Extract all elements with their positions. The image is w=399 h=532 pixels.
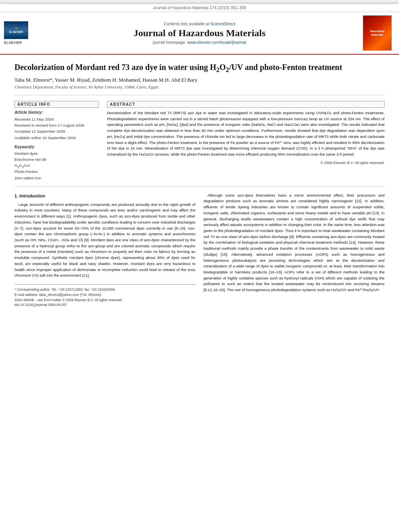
journal-title: Journal of Hazardous Materials <box>36 28 363 39</box>
contents-line: Contents lists available at ScienceDirec… <box>36 22 363 26</box>
received-date: Received 11 May 2009 <box>14 116 99 122</box>
paper-title: Decolorization of Mordant red 73 azo dye… <box>14 62 385 73</box>
keyword-3: H2O2/UV <box>14 162 99 168</box>
article-info-abstract: ARTICLE INFO Article history: Received 1… <box>14 101 385 181</box>
keyword-4: Photo-Fenton <box>14 168 99 175</box>
sciencedirect-link[interactable]: ScienceDirect <box>210 22 235 26</box>
available-date: Available online 19 September 2009 <box>14 135 99 141</box>
keywords-label: Keywords: <box>14 145 99 149</box>
paper-content: Decolorization of Mordant red 73 azo dye… <box>0 55 399 317</box>
intro-para-2: Although some azo-dyes themselves have a… <box>204 193 385 293</box>
cover-image: Hazardous Materials <box>363 15 392 51</box>
accepted-date: Accepted 12 September 2009 <box>14 128 99 134</box>
homepage-url[interactable]: www.elsevier.com/locate/jhazmat <box>187 40 246 45</box>
footnote-area: * Corresponding author. Tel.: +20 226711… <box>14 284 195 308</box>
abstract-text: Decolorization of the Mordant red 73 (MR… <box>107 110 385 158</box>
footnote-email: E-mail address: taha_elmorsi@yahoo.com (… <box>14 292 195 298</box>
elsevier-text: ELSEVIER <box>4 41 36 45</box>
authors: Taha M. Elmorsi*, Yasser M. Riyad, Zeinh… <box>14 77 385 83</box>
journal-cover: Hazardous Materials <box>363 15 395 51</box>
article-info: ARTICLE INFO Article history: Received 1… <box>14 101 99 181</box>
journal-homepage: journal homepage: www.elsevier.com/locat… <box>36 40 363 45</box>
keyword-2: Eriochrome red 3B <box>14 156 99 162</box>
keyword-5: Zero-valent iron <box>14 175 99 181</box>
journal-info-bar: Journal of Hazardous Materials 174 (2010… <box>0 4 399 12</box>
page: Journal of Hazardous Materials 174 (2010… <box>0 4 399 532</box>
history-label: Article history: <box>14 110 99 115</box>
copyright: © 2009 Elsevier B.V. All rights reserved… <box>107 161 385 165</box>
cover-image-text: Hazardous Materials <box>365 29 390 37</box>
journal-header: 🌿ELSEVIER ELSEVIER Contents lists availa… <box>0 12 399 55</box>
footnote-issn: 0304-3894/$ – see front matter © 2009 El… <box>14 298 195 303</box>
footnote-corresponding: * Corresponding author. Tel.: +20 226711… <box>14 287 195 292</box>
body-col-left: 1. Introduction Large amounts of differe… <box>14 193 195 308</box>
affiliation: Chemistry Department, Faculty of Science… <box>14 85 385 89</box>
keyword-1: Mordant dyes <box>14 150 99 156</box>
revised-date: Received in revised form 17 August 2009 <box>14 122 99 128</box>
article-info-header: ARTICLE INFO <box>14 101 99 108</box>
abstract-header: ABSTRACT <box>107 101 385 108</box>
footnote-doi: doi:10.1016/j.jhazmat.2009.09.057 <box>14 302 195 308</box>
divider-1 <box>14 95 385 95</box>
intro-para-1: Large amounts of different anthropogenic… <box>14 202 195 279</box>
journal-citation: Journal of Hazardous Materials 174 (2010… <box>153 6 246 10</box>
abstract-col: ABSTRACT Decolorization of the Mordant r… <box>107 101 385 181</box>
divider-2 <box>14 187 385 187</box>
body-cols: 1. Introduction Large amounts of differe… <box>14 193 385 308</box>
elsevier-logo: 🌿ELSEVIER ELSEVIER <box>4 21 36 45</box>
section-title-intro: 1. Introduction <box>14 193 195 199</box>
body-col-right: Although some azo-dyes themselves have a… <box>204 193 385 308</box>
elsevier-graphic: 🌿ELSEVIER <box>4 21 28 39</box>
journal-center: Contents lists available at ScienceDirec… <box>36 22 363 45</box>
